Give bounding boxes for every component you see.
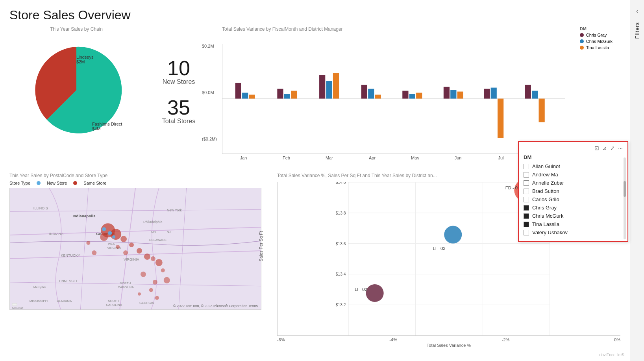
svg-text:SOUTH: SOUTH xyxy=(108,299,119,303)
svg-rect-2 xyxy=(242,93,248,99)
svg-point-69 xyxy=(149,288,153,292)
same-store-label: Same Store xyxy=(83,181,106,185)
svg-text:$13.6: $13.6 xyxy=(336,242,346,246)
filters-label[interactable]: Filters xyxy=(634,22,640,39)
bar-chart-legend: DM Chris Gray Chris McGurk Tina Lassila xyxy=(580,26,613,52)
filter-checkbox-7[interactable] xyxy=(524,222,529,227)
collapse-icon[interactable]: ‹ xyxy=(636,8,638,14)
svg-point-59 xyxy=(129,243,134,247)
svg-rect-23 xyxy=(532,91,538,99)
filter-checkbox-5[interactable] xyxy=(524,205,529,211)
svg-point-56 xyxy=(110,229,121,240)
filters-sidebar[interactable]: ‹ Filters xyxy=(630,0,644,361)
x-label-feb: Feb xyxy=(265,156,308,160)
svg-text:New York: New York xyxy=(167,208,182,212)
filter-checkbox-1[interactable] xyxy=(524,172,529,178)
filter-scrollbar[interactable] xyxy=(624,157,626,239)
filter-item-0[interactable]: Allan Guinot xyxy=(524,163,623,169)
fashions-label: Fashions Direct $4M xyxy=(92,122,122,131)
filter-checkbox-4[interactable] xyxy=(524,197,529,202)
svg-point-62 xyxy=(151,256,155,261)
svg-point-57 xyxy=(100,233,108,241)
filter-checkbox-6[interactable] xyxy=(524,213,529,219)
new-stores-label: New Stores xyxy=(163,78,195,85)
legend-item-tinalassila: Tina Lassila xyxy=(580,45,613,50)
svg-rect-78 xyxy=(12,304,17,306)
svg-text:LI - 03: LI - 03 xyxy=(433,246,446,251)
scatter-y-label: Sales Per Sq Ft xyxy=(259,231,263,261)
svg-point-74 xyxy=(92,250,96,255)
filter-item-7[interactable]: Tina Lassila xyxy=(524,221,623,227)
map-credit: © 2022 TomTom, © 2023 Microsoft Corporat… xyxy=(173,304,258,308)
filter-scrollbar-thumb[interactable] xyxy=(624,181,626,197)
filter-checkbox-0[interactable] xyxy=(524,164,529,169)
store-type-legend: Store Type New Store Same Store xyxy=(9,181,269,185)
svg-text:MISSISSIPPI: MISSISSIPPI xyxy=(30,299,48,303)
page-title: Store Sales Overview xyxy=(9,8,620,22)
filter-item-4[interactable]: Carlos Grilo xyxy=(524,196,623,202)
new-stores-count: 10 xyxy=(167,58,190,78)
svg-point-67 xyxy=(141,272,146,277)
filter-item-6[interactable]: Chris McGurk xyxy=(524,213,623,219)
more-icon[interactable]: ··· xyxy=(618,145,623,151)
filter-item-8[interactable]: Valery Ushakov xyxy=(524,230,623,235)
filter-label-3: Brad Sutton xyxy=(532,188,559,194)
svg-text:NJ.: NJ. xyxy=(167,230,172,234)
legend-item-chrismcgurk: Chris McGurk xyxy=(580,39,613,44)
filter-label-8: Valery Ushakov xyxy=(532,230,568,235)
total-stores-count: 35 xyxy=(167,97,190,118)
svg-text:INDIANA: INDIANA xyxy=(49,232,63,236)
svg-rect-10 xyxy=(361,85,367,99)
svg-rect-15 xyxy=(416,93,422,99)
store-type-text: Store Type xyxy=(9,181,30,185)
svg-point-68 xyxy=(153,280,157,285)
svg-rect-24 xyxy=(539,99,544,122)
filter-checkbox-3[interactable] xyxy=(524,189,529,194)
svg-rect-18 xyxy=(457,92,463,99)
svg-text:CAROLINA: CAROLINA xyxy=(106,303,122,307)
svg-point-60 xyxy=(137,248,142,254)
x-label-jan: Jan xyxy=(222,156,265,160)
svg-point-98 xyxy=(366,284,384,302)
x-label-0: 0% xyxy=(614,337,620,342)
filter-item-3[interactable]: Brad Sutton xyxy=(524,188,623,194)
new-store-dot xyxy=(37,181,41,185)
svg-rect-3 xyxy=(249,95,255,99)
svg-rect-19 xyxy=(484,89,490,99)
tinalassila-dot xyxy=(580,46,584,50)
filter-dm-label: DM xyxy=(524,154,623,160)
resize-icon[interactable]: ⊡ xyxy=(594,145,599,151)
filter-item-5[interactable]: Chris Gray xyxy=(524,205,623,211)
svg-text:$13.4: $13.4 xyxy=(336,272,346,276)
svg-rect-16 xyxy=(444,87,450,99)
svg-point-63 xyxy=(155,259,163,266)
filter-item-1[interactable]: Andrew Ma xyxy=(524,172,623,178)
svg-text:Microsoft: Microsoft xyxy=(12,307,23,309)
svg-text:LI - 02: LI - 02 xyxy=(355,287,367,292)
svg-text:TENNESSEE: TENNESSEE xyxy=(57,279,78,283)
x-label-apr: Apr xyxy=(351,156,394,160)
lindseys-label: Lindseys $2M xyxy=(76,55,93,64)
chrismcgurk-legend-label: Chris McGurk xyxy=(586,39,613,44)
filter-icon[interactable]: ⊿ xyxy=(602,145,607,151)
svg-rect-8 xyxy=(326,81,332,99)
x-label-jul: Jul xyxy=(479,156,522,160)
filter-checkbox-8[interactable] xyxy=(524,230,529,235)
bar-chart-svg xyxy=(222,44,565,154)
svg-point-70 xyxy=(155,296,159,300)
svg-text:DELAWARE: DELAWARE xyxy=(149,238,167,242)
svg-rect-12 xyxy=(375,95,381,99)
svg-rect-6 xyxy=(291,91,297,99)
expand-icon[interactable]: ⤢ xyxy=(610,145,615,151)
filter-label-4: Carlos Grilo xyxy=(532,196,559,202)
new-store-label: New Store xyxy=(47,181,67,185)
x-label-n6: -6% xyxy=(277,337,285,342)
svg-rect-5 xyxy=(284,94,290,99)
filter-item-2[interactable]: Annelie Zubar xyxy=(524,180,623,186)
bar-chart-area: $0.2M $0.0M ($0.2M) xyxy=(222,44,565,154)
filter-label-5: Chris Gray xyxy=(532,205,557,211)
credit: obviEnce llc ® xyxy=(599,353,624,357)
filter-checkbox-2[interactable] xyxy=(524,180,529,186)
svg-rect-20 xyxy=(491,88,497,99)
svg-rect-11 xyxy=(368,89,374,99)
